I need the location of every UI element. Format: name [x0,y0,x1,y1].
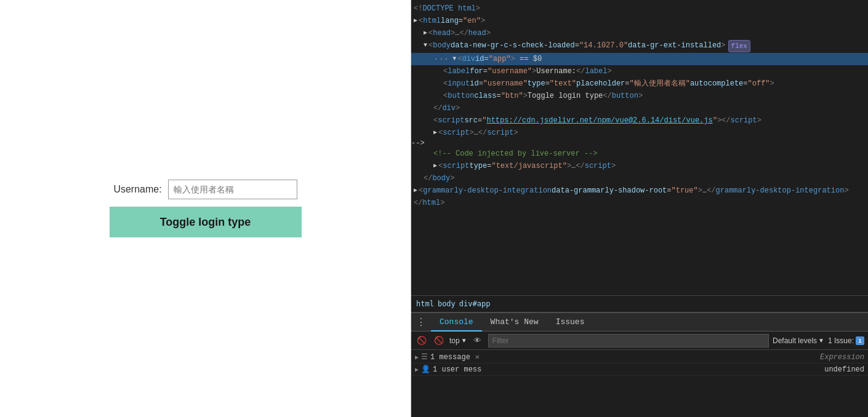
username-label: Username: [113,184,161,195]
username-row: Username: [113,180,297,199]
html-line: <!-- Code injected by live-server --> [411,148,868,160]
html-line: ▶<script type="text/javascript">…</scrip… [411,160,868,172]
tag-bracket: <! [414,3,422,14]
tab-whats-new[interactable]: What's New [482,313,547,332]
dots-menu[interactable]: ··· [433,54,449,65]
issues-badge-button[interactable]: 1 Issue: 1 [828,336,864,345]
dropdown-arrow-icon: ▼ [461,337,467,344]
expression-label: Expression [820,353,864,362]
html-line: <input id="username" type="text" placeho… [411,77,868,90]
username-input[interactable] [168,180,297,199]
html-line: </body> [411,172,868,185]
message-label: 1 message [430,353,470,362]
tab-console[interactable]: Console [431,313,482,332]
top-context-selector[interactable]: top ▼ [449,336,467,345]
breadcrumb-item-html[interactable]: html [416,300,434,308]
html-line: <label for="username">Username:</label> [411,65,868,77]
html-line: ▼<body data-new-gr-c-s-check-loaded="14.… [411,39,868,53]
flex-badge[interactable]: flex [728,40,750,52]
console-menu-icon[interactable]: ⋮ [411,316,431,328]
triangle-icon[interactable]: ▶ [414,15,417,26]
console-toolbar: 🚫 🚫 top ▼ 👁 Default levels ▼ 1 Issue: 1 [411,332,868,350]
expand-icon[interactable]: ▶ [415,354,419,361]
triangle-icon[interactable]: ▶ [433,161,437,172]
html-line: <button class="btn">Toggle login type</b… [411,90,868,102]
breadcrumb-item-body[interactable]: body [438,300,456,308]
console-message-1: ▶ ☰ 1 message ✕ Expression [411,351,868,363]
html-line: </html> [411,197,868,209]
html-line: ▶<script>…</script> [411,127,868,139]
issues-label: 1 Issue: [828,336,854,345]
tag-name: DOCTYPE html [422,3,475,14]
default-levels-button[interactable]: Default levels ▼ [773,336,824,345]
chevron-down-icon: ▼ [818,337,824,344]
devtools-panel: <!DOCTYPE html> ▶<html lang="en"> ▶<head… [411,0,868,417]
toggle-button[interactable]: Toggle login type [110,207,302,237]
filter-input[interactable] [488,334,769,348]
block-button[interactable]: 🚫 [432,334,446,348]
expression-value: undefined [824,365,864,374]
breadcrumb-item-div[interactable]: div#app [459,300,491,308]
triangle-icon[interactable]: ▼ [452,54,456,65]
html-comment: <!-- Code injected by live-server --> [433,148,597,159]
eye-icon-button[interactable]: 👁 [471,334,484,348]
html-line: ▶<grammarly-desktop-integration data-gra… [411,185,868,197]
close-message-icon[interactable]: ✕ [475,352,480,362]
triangle-icon[interactable]: ▶ [424,28,427,39]
triangle-icon[interactable]: ▼ [424,40,427,51]
top-label: top [449,336,460,345]
html-line: <!DOCTYPE html> [411,2,868,15]
script-src-link[interactable]: https://cdn.jsdelivr.net/npm/vue@2.6.14/… [486,115,712,126]
breadcrumb-bar: html body div#app [411,295,868,312]
triangle-icon[interactable]: ▶ [433,127,437,138]
html-line-highlighted: ···▼<div id="app"> == $0 [411,53,868,65]
console-message-2: ▶ 👤 1 user mess undefined [411,363,868,376]
user-icon: 👤 [421,365,430,374]
clear-console-button[interactable]: 🚫 [415,334,428,348]
console-panel: ⋮ Console What's New Issues 🚫 🚫 top ▼ 👁 … [411,312,868,417]
console-tabs: ⋮ Console What's New Issues [411,313,868,332]
html-line: ▶<html lang="en"> [411,15,868,27]
list-icon: ☰ [421,352,428,362]
tab-issues[interactable]: Issues [547,313,593,332]
triangle-icon[interactable]: ▶ [414,185,417,196]
elements-panel: <!DOCTYPE html> ▶<html lang="en"> ▶<head… [411,0,868,295]
html-line: <script src="https://cdn.jsdelivr.net/np… [411,114,868,127]
issue-icon: 1 [856,336,864,345]
expand-icon[interactable]: ▶ [415,366,419,373]
web-preview-panel: Username: Toggle login type [0,0,411,417]
html-line: ▶<head>…</head> [411,27,868,39]
console-messages: ▶ ☰ 1 message ✕ Expression ▶ 👤 1 user me… [411,350,868,417]
default-levels-label: Default levels [773,336,817,345]
tag-bracket: > [476,3,480,14]
html-line: </div> [411,102,868,114]
message-label: 1 user mess [433,365,481,374]
